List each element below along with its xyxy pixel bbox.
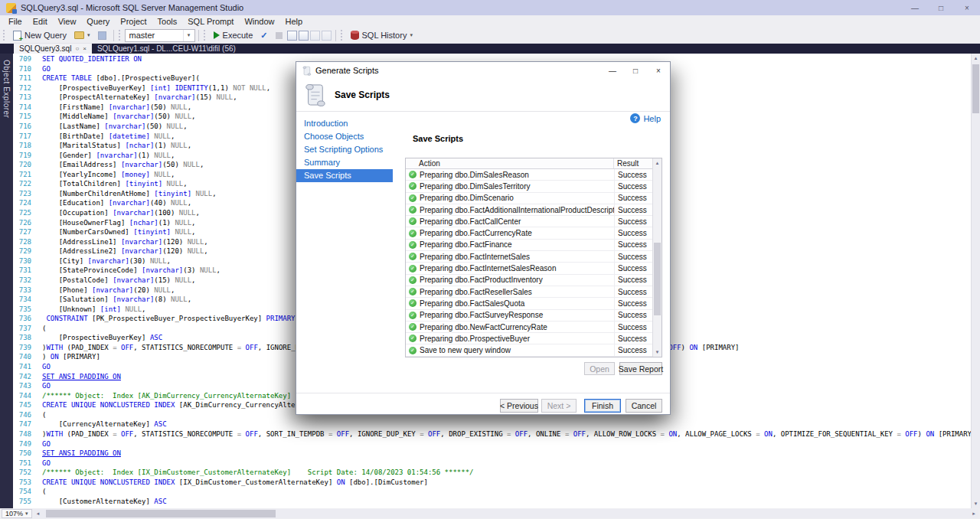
- script-row[interactable]: ✓Preparing dbo.FactAdditionalInternation…: [406, 204, 652, 216]
- code-line[interactable]: 749GO: [13, 439, 971, 449]
- scroll-down-icon[interactable]: ▼: [653, 348, 662, 357]
- menu-project[interactable]: Project: [115, 15, 152, 28]
- script-row[interactable]: ✓Preparing dbo.DimScenarioSuccess: [406, 193, 652, 204]
- parse-button[interactable]: ✓: [256, 30, 271, 41]
- code-line[interactable]: 752/****** Object: Index [IX_DimCustomer…: [13, 468, 971, 478]
- code-line[interactable]: 750SET ANSI_PADDING ON: [13, 449, 971, 459]
- scroll-up-icon[interactable]: ▲: [653, 158, 662, 168]
- line-number: 712: [13, 83, 31, 93]
- toolbar-grip[interactable]: [341, 30, 344, 41]
- script-row[interactable]: ✓Preparing dbo.FactInternetSalesReasonSu…: [406, 263, 652, 274]
- table-vertical-scrollbar[interactable]: ▲ ▼: [652, 158, 662, 357]
- sql-history-button[interactable]: SQL History ▾: [347, 30, 416, 41]
- wizard-step-introduction[interactable]: Introduction: [296, 117, 393, 130]
- code-line[interactable]: 755 [CustomerAlternateKey] ASC: [13, 497, 971, 507]
- minimize-icon[interactable]: —: [902, 0, 928, 15]
- scroll-up-icon[interactable]: ▲: [972, 54, 980, 63]
- menu-help[interactable]: Help: [280, 15, 309, 28]
- menu-window[interactable]: Window: [239, 15, 279, 28]
- zoom-control[interactable]: 107% ▾: [2, 509, 32, 518]
- script-row[interactable]: ✓Preparing dbo.DimSalesReasonSuccess: [406, 169, 652, 181]
- open-file-button[interactable]: ▾: [70, 31, 94, 40]
- ssms-window: SQLQuery3.sql - Microsoft SQL Server Man…: [0, 0, 980, 519]
- document-tab[interactable]: SQLQuery1.sql - DL...CEU-W11\difil (56): [92, 44, 241, 54]
- script-row[interactable]: ✓Preparing dbo.FactSalesQuotaSuccess: [406, 298, 652, 309]
- wizard-step-summary[interactable]: Summary: [296, 156, 393, 169]
- results-to-file-icon[interactable]: [310, 31, 320, 41]
- column-header-action[interactable]: Action: [406, 158, 614, 168]
- code-line[interactable]: 754(: [13, 487, 971, 497]
- scroll-right-icon[interactable]: ▸: [969, 509, 978, 518]
- code-line[interactable]: 753CREATE UNIQUE NONCLUSTERED INDEX [IX_…: [13, 478, 971, 488]
- line-number: 720: [13, 160, 31, 170]
- table-scroll-thumb[interactable]: [654, 243, 661, 315]
- minimize-icon[interactable]: —: [601, 62, 624, 79]
- wizard-step-save-scripts[interactable]: Save Scripts: [296, 169, 393, 182]
- new-query-button[interactable]: New Query: [9, 30, 70, 41]
- line-number: 726: [13, 218, 31, 228]
- dialog-title-bar[interactable]: Generate Scripts — □ ×: [296, 62, 670, 79]
- editor-horizontal-scrollbar[interactable]: ◂ ▸: [34, 509, 978, 518]
- code-line[interactable]: 748)WITH (PAD_INDEX = OFF, STATISTICS_NO…: [13, 429, 971, 439]
- object-explorer-tab[interactable]: Object Explorer: [0, 54, 13, 508]
- menu-query[interactable]: Query: [81, 15, 115, 28]
- action-cell: Preparing dbo.FactInternetSales: [420, 253, 614, 261]
- script-row[interactable]: ✓Preparing dbo.FactCurrencyRateSuccess: [406, 227, 652, 239]
- script-row[interactable]: ✓Save to new query windowSuccess: [406, 344, 652, 356]
- script-row[interactable]: ✓Preparing dbo.FactFinanceSuccess: [406, 240, 652, 251]
- results-to-text-icon[interactable]: [299, 31, 309, 41]
- menu-file[interactable]: File: [3, 15, 28, 28]
- close-icon[interactable]: ×: [83, 45, 87, 52]
- cancel-query-button[interactable]: [272, 31, 286, 40]
- vertical-scroll-thumb[interactable]: [972, 64, 979, 113]
- result-cell: Success: [614, 322, 652, 332]
- script-row[interactable]: ✓Preparing dbo.FactSurveyResponseSuccess: [406, 310, 652, 322]
- save-button[interactable]: [94, 31, 110, 41]
- save-report-button[interactable]: Save Report: [619, 362, 662, 375]
- finish-button[interactable]: Finish: [584, 399, 621, 413]
- code-line[interactable]: 747 [CurrencyAlternateKey] ASC: [13, 419, 971, 429]
- cancel-button[interactable]: Cancel: [626, 399, 662, 413]
- script-row[interactable]: ✓Preparing dbo.FactResellerSalesSuccess: [406, 286, 652, 298]
- database-combo[interactable]: master ▾: [125, 29, 195, 42]
- toolbar-grip[interactable]: [119, 30, 122, 41]
- script-row[interactable]: ✓Preparing dbo.DimSalesTerritorySuccess: [406, 181, 652, 192]
- help-label: Help: [643, 114, 661, 123]
- previous-button[interactable]: < Previous: [500, 399, 538, 413]
- maximize-icon[interactable]: □: [928, 0, 954, 15]
- window-title: SQLQuery3.sql - Microsoft SQL Server Man…: [21, 3, 243, 12]
- wizard-step-choose-objects[interactable]: Choose Objects: [296, 130, 393, 143]
- script-row[interactable]: ✓Preparing dbo.ProspectiveBuyerSuccess: [406, 333, 652, 344]
- toolbar-grip[interactable]: [3, 30, 6, 41]
- horizontal-scroll-thumb[interactable]: [46, 510, 276, 517]
- menu-sql-prompt[interactable]: SQL Prompt: [182, 15, 239, 28]
- results-to-grid-icon[interactable]: [287, 31, 297, 41]
- scroll-left-icon[interactable]: ◂: [34, 509, 43, 518]
- code-text: [ProspectiveBuyerKey] ASC: [42, 333, 162, 343]
- close-icon[interactable]: ×: [954, 0, 980, 15]
- execute-button[interactable]: Execute: [210, 30, 257, 41]
- script-row[interactable]: ✓Preparing dbo.NewFactCurrencyRateSucces…: [406, 322, 652, 333]
- result-cell: Success: [614, 227, 652, 238]
- chevron-down-icon[interactable]: ▾: [183, 30, 194, 41]
- success-check-icon: ✓: [409, 265, 416, 273]
- close-icon[interactable]: ×: [647, 62, 670, 79]
- editor-vertical-scrollbar[interactable]: ▲ ▼: [971, 54, 980, 508]
- script-row[interactable]: ✓Preparing dbo.FactCallCenterSuccess: [406, 216, 652, 227]
- code-line[interactable]: 751GO: [13, 459, 971, 468]
- script-row[interactable]: ✓Preparing dbo.FactInternetSalesSuccess: [406, 251, 652, 263]
- scroll-down-icon[interactable]: ▼: [972, 499, 980, 508]
- menu-view[interactable]: View: [53, 15, 82, 28]
- comment-out-icon[interactable]: [322, 31, 332, 41]
- table-header[interactable]: Action Result: [406, 158, 662, 169]
- maximize-icon[interactable]: □: [624, 62, 647, 79]
- help-link[interactable]: ? Help: [630, 113, 661, 123]
- toolbar-grip[interactable]: [204, 30, 207, 41]
- menu-tools[interactable]: Tools: [152, 15, 183, 28]
- pin-icon[interactable]: ○: [75, 45, 79, 52]
- document-tab[interactable]: SQLQuery3.sql○×: [14, 44, 92, 54]
- script-row[interactable]: ✓Preparing dbo.FactProductInventorySucce…: [406, 275, 652, 286]
- menu-edit[interactable]: Edit: [28, 15, 53, 28]
- line-number: 734: [13, 295, 31, 305]
- wizard-step-set-scripting-options[interactable]: Set Scripting Options: [296, 143, 393, 156]
